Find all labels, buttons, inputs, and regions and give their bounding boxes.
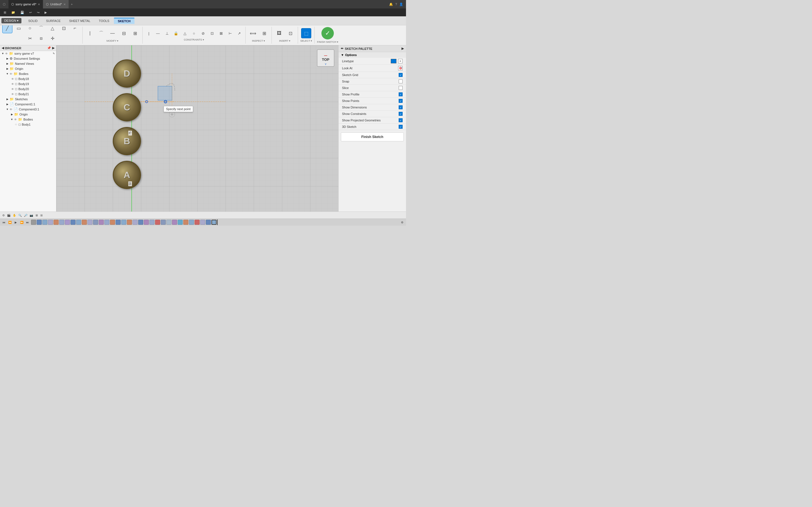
tree-item-body18[interactable]: 👁 □ Body18 (0, 76, 56, 81)
timeline-item-11[interactable] (87, 220, 93, 225)
sketchgrid-checkbox[interactable]: ✓ (399, 73, 403, 77)
close-icon[interactable]: ✕ (38, 3, 40, 6)
c-tang[interactable]: 🔒 (172, 29, 180, 37)
tab-surface[interactable]: SURFACE (42, 18, 64, 24)
eye-bodies2[interactable]: 👁 (14, 118, 17, 121)
c-perp[interactable]: ⊥ (163, 29, 171, 37)
timeline-item-26[interactable] (172, 220, 177, 225)
projectedgeo-checkbox[interactable]: ✓ (399, 118, 403, 122)
move-tool[interactable]: ✛ (47, 33, 57, 43)
timeline-item-1[interactable] (31, 220, 36, 225)
showdimensions-checkbox[interactable]: ✓ (399, 105, 403, 109)
c-smooth[interactable]: ↗ (235, 29, 243, 37)
status-icon1[interactable]: ⚙ (2, 214, 5, 217)
menu-file[interactable]: 📁 (9, 10, 17, 15)
timeline-play[interactable]: ▶ (13, 220, 18, 225)
slice-checkbox[interactable] (399, 86, 403, 90)
status-icon4[interactable]: 🔍 (18, 214, 22, 217)
timeline-item-9[interactable] (76, 220, 81, 225)
menu-undo[interactable]: ↩ (27, 10, 34, 15)
select-tool[interactable]: ⬚ (301, 28, 311, 38)
inspect-measure[interactable]: ⟺ (248, 28, 258, 38)
linetype-pattern-icon[interactable]: ≡ (398, 59, 403, 63)
timeline-item-16[interactable] (116, 220, 121, 225)
timeline-item-27[interactable] (177, 220, 183, 225)
eye-bodies[interactable]: 👁 (10, 72, 12, 75)
status-icon8[interactable]: ⊞ (40, 214, 43, 217)
timeline-item-10[interactable] (82, 220, 87, 225)
c-collin[interactable]: ⊢ (226, 29, 234, 37)
status-icon2[interactable]: 🎬 (7, 214, 10, 217)
timeline-item-15[interactable] (110, 220, 115, 225)
eye-comp3[interactable]: 👁 (10, 108, 12, 111)
linetype-color-swatch[interactable] (391, 59, 396, 63)
c-equal[interactable]: △ (181, 29, 189, 37)
tree-item-docsettings[interactable]: ▶ ⚙ Document Settings (0, 56, 56, 61)
snap-checkbox[interactable] (399, 79, 403, 83)
tree-item-body21[interactable]: 👁 □ Body21 (0, 92, 56, 97)
c-fix[interactable]: ⊘ (199, 29, 207, 37)
tab-tools[interactable]: TOOLS (95, 18, 113, 24)
c-horizontal[interactable]: — (154, 29, 162, 37)
showconstraints-checkbox[interactable]: ✓ (399, 112, 403, 116)
finish-sketch-button[interactable]: ✓ (321, 27, 334, 40)
timeline-item-3[interactable] (42, 220, 47, 225)
browser-expand-icon[interactable]: ▶ (52, 46, 54, 50)
tab-sheet-metal[interactable]: SHEET METAL (65, 18, 94, 24)
status-icon5[interactable]: 🔎 (24, 214, 28, 217)
help-icon[interactable]: ? (395, 3, 397, 6)
viewport-cube[interactable]: — TOP Y (316, 48, 336, 68)
timeline-next[interactable]: ⏩ (19, 220, 24, 225)
modify-tool2[interactable]: ⌒ (96, 28, 106, 38)
insert-canvas[interactable]: ⊡ (285, 28, 296, 38)
eye-body20[interactable]: 👁 (11, 88, 14, 91)
timeline-item-7[interactable] (65, 220, 70, 225)
browser-pin-icon[interactable]: 📌 (47, 46, 51, 50)
timeline-item-25[interactable] (166, 220, 171, 225)
tree-item-namedviews[interactable]: ▶ 📁 Named Views (0, 61, 56, 66)
timeline-item-31[interactable] (200, 220, 205, 225)
timeline-item-13[interactable] (99, 220, 104, 225)
timeline-prev[interactable]: ⏪ (7, 220, 12, 225)
status-icon7[interactable]: 🖥 (35, 214, 38, 217)
tree-item-body1[interactable]: 👁 □ Body1 (0, 122, 56, 127)
timeline-item-20[interactable] (138, 220, 143, 225)
eye-body19[interactable]: 👁 (11, 82, 14, 86)
trim-tool[interactable]: ✂ (25, 33, 35, 43)
tree-item-body19[interactable]: 👁 □ Body19 (0, 81, 56, 87)
menu-redo[interactable]: ↪ (35, 10, 42, 15)
menu-grid[interactable]: ⊞ (1, 10, 8, 15)
lookat-icon[interactable]: 🎯 (398, 66, 403, 70)
timeline-item-19[interactable] (133, 220, 138, 225)
timeline-item-24[interactable] (161, 220, 166, 225)
tree-item-bodies2[interactable]: ▼ 👁 📁 Bodies (0, 117, 56, 122)
timeline-item-12[interactable] (93, 220, 98, 225)
menu-play[interactable]: ▶ (42, 10, 49, 15)
tree-item-origin2[interactable]: ▶ 📁 Origin (0, 112, 56, 117)
timeline-item-5[interactable] (54, 220, 59, 225)
timeline-item-14[interactable] (104, 220, 109, 225)
showpoints-checkbox[interactable]: ✓ (399, 99, 403, 103)
modify-tool1[interactable]: | (85, 28, 95, 38)
timeline-item-30[interactable] (195, 220, 200, 225)
timeline-settings[interactable]: ⚙ (400, 220, 405, 225)
palette-expand-icon[interactable]: ▶ (402, 47, 404, 50)
tree-item-sketches[interactable]: ▶ 📁 Sketches (0, 97, 56, 102)
eye-body18[interactable]: 👁 (11, 77, 14, 80)
eye-body21[interactable]: 👁 (11, 93, 14, 96)
c-parallel[interactable]: ○ (190, 29, 198, 37)
canvas-area[interactable]: D C B A 75 50 Specify next point — TOP Y (56, 45, 338, 212)
modify-tool3[interactable]: — (107, 28, 117, 38)
tab-solid[interactable]: SOLID (24, 18, 42, 24)
menu-save[interactable]: 💾 (18, 10, 27, 15)
slot-tool[interactable]: ⊡ (59, 25, 69, 33)
showprofile-checkbox[interactable]: ✓ (399, 93, 403, 96)
browser-collapse-icon[interactable]: ◀ (2, 46, 4, 50)
polygon-tool[interactable]: △ (47, 25, 57, 33)
finish-sketch-palette-button[interactable]: Finish Sketch (341, 132, 404, 142)
eye-body1[interactable]: 👁 (15, 123, 17, 126)
close-icon2[interactable]: ✕ (63, 3, 66, 6)
timeline-item-6[interactable] (59, 220, 64, 225)
c-vertical[interactable]: | (145, 29, 153, 37)
design-button[interactable]: DESIGN ▾ (1, 18, 21, 23)
